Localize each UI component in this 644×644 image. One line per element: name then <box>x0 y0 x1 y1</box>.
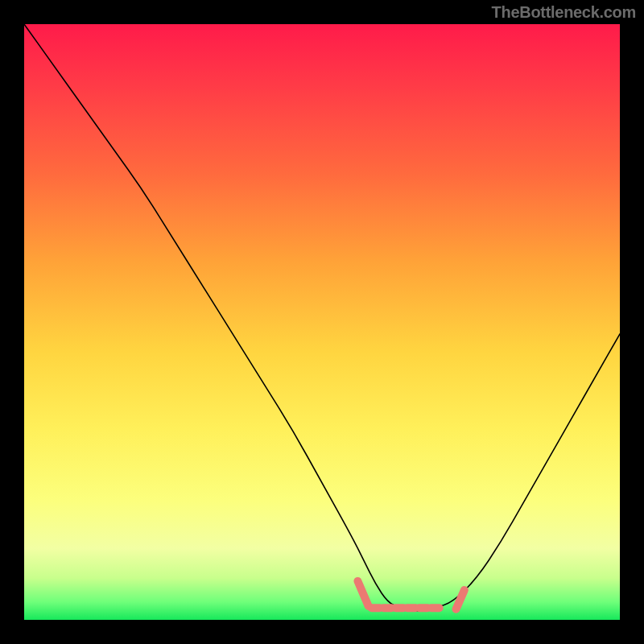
attribution-label: TheBottleneck.com <box>492 3 636 22</box>
optimal-range-marker <box>357 581 464 609</box>
chart-frame: TheBottleneck.com <box>0 0 644 644</box>
plot-area <box>24 24 620 620</box>
curve-layer <box>24 24 620 620</box>
optimal-left-tick <box>357 581 368 606</box>
optimal-right-tick <box>456 590 464 609</box>
bottleneck-curve <box>24 24 620 611</box>
